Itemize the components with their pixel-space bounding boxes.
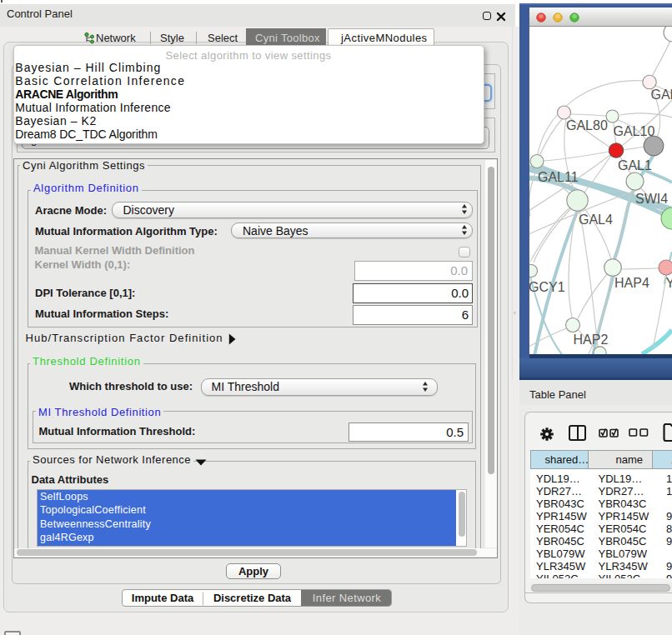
svg-text:GAL80: GAL80 <box>566 118 608 132</box>
svg-text:GAL4: GAL4 <box>579 212 613 227</box>
svg-text:GAL11: GAL11 <box>538 170 579 184</box>
svg-text:SWI4: SWI4 <box>635 192 668 206</box>
svg-text:GCY1: GCY1 <box>529 280 565 294</box>
svg-text:YB: YB <box>666 276 672 290</box>
svg-text:GAL10: GAL10 <box>614 124 655 138</box>
svg-text:HAP2: HAP2 <box>574 332 609 347</box>
svg-text:HAP4: HAP4 <box>614 276 649 290</box>
svg-text:GAL2: GAL2 <box>651 88 672 102</box>
svg-text:GAL1: GAL1 <box>618 158 652 172</box>
